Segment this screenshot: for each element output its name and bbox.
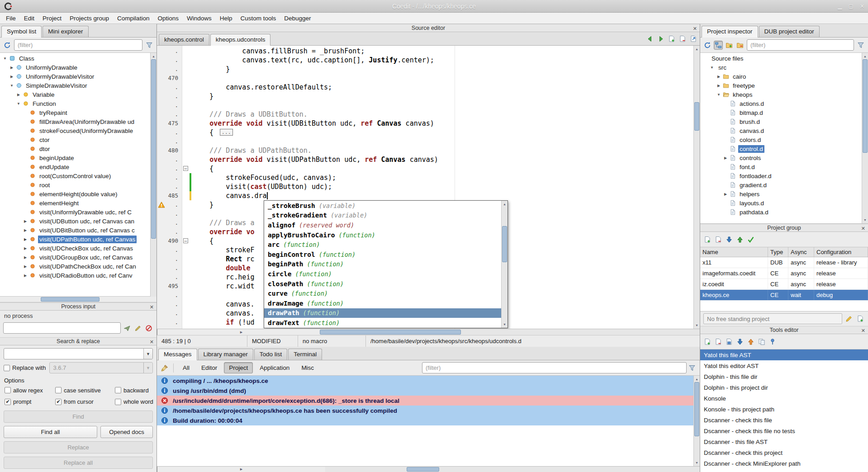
completion-item-beginpath[interactable]: beginPath(function) [264, 260, 501, 269]
expand-icon[interactable]: ▶ [716, 84, 722, 88]
scrollbar-thumb[interactable] [320, 330, 461, 335]
replace-all-button[interactable]: Replace all [4, 457, 153, 469]
doc-plus-button[interactable] [703, 337, 712, 346]
scrollbar-thumb[interactable] [41, 297, 100, 302]
nav-back-button[interactable] [645, 34, 655, 43]
expand-icon[interactable]: ▶ [9, 75, 15, 79]
editor-hscrollbar[interactable]: ◀ ▶ [157, 329, 700, 335]
symbol-item-visit-udgroupbox-udc-ref-canvas[interactable]: ▶visit(UDGroupBox udc, ref Canvas [0, 253, 150, 262]
scroll-right-icon[interactable]: ▶ [157, 329, 325, 335]
tool-item-dscanner-check-this-file[interactable]: Dscanner - check this file [700, 415, 868, 425]
add-free-project-button[interactable] [856, 314, 865, 323]
project-row-iz-coedit[interactable]: iz.coeditCEasyncrelease [700, 279, 868, 290]
doc-plus-button[interactable] [667, 34, 676, 43]
symbol-item-visit-udpathbutton-udc-ref-canvas[interactable]: ▶visit(UDPathButton udc, ref Canvas [0, 235, 150, 244]
scrollbar-thumb[interactable] [694, 102, 699, 131]
expand-icon[interactable]: ▶ [9, 66, 15, 70]
replace-with-checkbox[interactable]: Replace with [4, 364, 46, 371]
clear-messages-button[interactable] [160, 363, 169, 373]
menu-options[interactable]: Options [153, 14, 183, 23]
arrow-down-button[interactable] [735, 337, 745, 346]
expand-icon[interactable]: ▶ [716, 75, 722, 79]
messages-tab-messages[interactable]: Messages [158, 349, 197, 360]
file-item-actions-d[interactable]: actions.d [700, 99, 862, 108]
file-item-kheops[interactable]: ▼kheops [700, 90, 862, 99]
tool-item-konsole-this-project-path[interactable]: Konsole - this project path [700, 404, 868, 415]
filter-all-button[interactable]: All [178, 362, 194, 373]
doc-plus-button[interactable] [703, 235, 712, 244]
menu-compilation[interactable]: Compilation [113, 14, 153, 23]
menu-windows[interactable]: Windows [183, 14, 216, 23]
collapse-icon[interactable]: ▼ [2, 57, 8, 61]
checkbox-prompt[interactable]: ✔prompt [5, 398, 52, 406]
doc-minus-button[interactable] [678, 34, 687, 43]
completion-item-strokebrush[interactable]: _strokeBrush(variable) [264, 201, 501, 211]
completion-item-curve[interactable]: curve(function) [264, 288, 501, 298]
column-header-async[interactable]: Async [788, 247, 814, 257]
folded-block-box[interactable]: ... [220, 129, 233, 136]
symbol-filter-options-button[interactable] [145, 41, 154, 50]
code-editor[interactable]: . canvas.fillBrush = _brushFont;. canvas… [157, 46, 700, 329]
message-row[interactable]: compiling / ... /kheops/kheops.ce [157, 376, 693, 386]
code-line[interactable]: . canvas.restoreAllDefaults; [157, 83, 693, 92]
code-line[interactable]: . override void visit(UDPathButton udc, … [157, 155, 693, 164]
scroll-up-icon[interactable]: ▲ [694, 376, 700, 382]
filter-application-button[interactable]: Application [255, 362, 294, 373]
code-line[interactable]: 470 [157, 74, 693, 83]
symbol-item-root[interactable]: root [0, 180, 150, 189]
file-item-source-files[interactable]: Source files [700, 54, 862, 63]
symbol-item-endupdate[interactable]: endUpdate [0, 162, 150, 171]
scroll-up-icon[interactable]: ▲ [694, 46, 700, 52]
code-line[interactable]: . } [157, 65, 693, 74]
arrow-down-button[interactable] [725, 235, 734, 244]
menu-project[interactable]: Project [38, 14, 66, 23]
completion-item-closepath[interactable]: closePath(function) [264, 279, 501, 289]
tool-item-dolphin-this-file-dir[interactable]: Dolphin - this file dir [700, 371, 868, 382]
replace-button[interactable]: Replace [4, 441, 153, 453]
menu-projects-group[interactable]: Projects group [66, 14, 113, 23]
symbol-tab-symbol-list[interactable]: Symbol list [1, 26, 42, 38]
pin-button[interactable] [768, 337, 777, 346]
checkbox-from-cursor[interactable]: ✔from cursor [55, 398, 112, 406]
completion-item-circle[interactable]: circle(function) [264, 269, 501, 279]
symbol-item-ctor[interactable]: ctor [0, 135, 150, 144]
completion-item-drawpath[interactable]: drawPath(function) [264, 308, 501, 318]
expand-icon[interactable]: ▶ [22, 264, 28, 269]
tool-item-dolphin-this-project-dir[interactable]: Dolphin - this project dir [700, 382, 868, 393]
scroll-right-icon[interactable]: ▶ [157, 467, 325, 472]
find-all-button[interactable]: Find all [4, 426, 97, 438]
tool-item-dscanner-check-miniexplorer-path[interactable]: Dscanner - check MiniExplorer path [700, 458, 868, 469]
opened-docs-button[interactable]: Opened docs [100, 426, 153, 438]
close-process-panel-icon[interactable]: ✕ [150, 303, 154, 311]
files-tree-vscrollbar[interactable]: ▲ ▼ [862, 53, 868, 223]
inspector-tab-dub-project-editor[interactable]: DUB project editor [759, 26, 820, 37]
scrollbar-thumb[interactable] [694, 382, 699, 436]
file-item-canvas-d[interactable]: canvas.d [700, 126, 862, 135]
messages-hscrollbar[interactable]: ◀ ▶ [157, 466, 700, 472]
edit-free-project-button[interactable] [844, 314, 854, 323]
symbol-item-dtor[interactable]: dtor [0, 144, 150, 153]
scroll-down-icon[interactable]: ▼ [502, 321, 508, 327]
filter-misc-button[interactable]: Misc [296, 362, 319, 373]
symbol-item-class[interactable]: ▼Class [0, 54, 150, 63]
tool-item-dscanner-check-this-file-no-tests[interactable]: Dscanner - check this file no tests [700, 425, 868, 436]
completion-item-arc[interactable]: arc(function) [264, 240, 501, 250]
editor-tab-kheops-control[interactable]: kheops.control [159, 34, 209, 45]
tree-toggle-button[interactable] [714, 41, 723, 50]
file-item-font-d[interactable]: font.d [700, 162, 862, 171]
completion-item-begincontrol[interactable]: beginControl(function) [264, 250, 501, 260]
message-filter-input[interactable] [422, 362, 687, 373]
completion-vscrollbar[interactable]: ▲ ▼ [501, 201, 508, 328]
editor-vscrollbar[interactable]: ▲ ▼ [693, 46, 700, 329]
checkbox-box[interactable] [115, 399, 121, 405]
messages-tab-todo-list[interactable]: Todo list [254, 349, 288, 360]
checkbox-box[interactable]: ✔ [5, 399, 11, 405]
messages-tab-library-manager[interactable]: Library manager [198, 349, 253, 360]
file-item-controls[interactable]: ▶controls [700, 153, 862, 162]
project-row-kheops-ce[interactable]: kheops.ceCEwaitdebug [700, 290, 868, 301]
symbol-item-root-customcontrol-value[interactable]: root(CustomControl value) [0, 171, 150, 180]
checkbox-box[interactable] [55, 387, 62, 393]
expand-icon[interactable]: ▶ [22, 255, 28, 260]
collapse-icon[interactable]: ▼ [716, 93, 722, 97]
menu-debugger[interactable]: Debugger [280, 14, 315, 23]
